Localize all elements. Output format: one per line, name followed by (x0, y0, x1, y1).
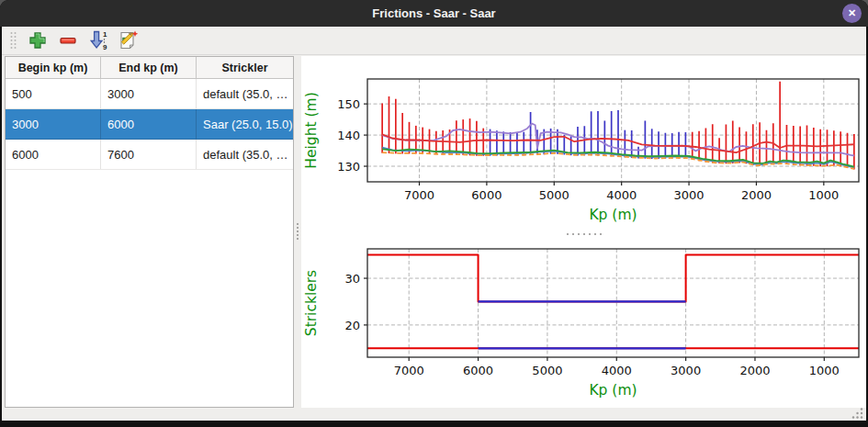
table-row-1[interactable]: 500 3000 default (35.0, … (6, 79, 293, 109)
edit-icon (118, 29, 140, 51)
plus-icon (28, 30, 48, 51)
svg-text:5000: 5000 (532, 364, 562, 377)
cell-end-kp: 3000 (101, 79, 197, 108)
svg-text:4000: 4000 (606, 188, 637, 202)
cell-strickler: Saar (25.0, 15.0) (197, 109, 293, 139)
svg-text:Height (m): Height (m) (303, 92, 320, 168)
svg-text:5000: 5000 (539, 188, 569, 202)
svg-text:6000: 6000 (463, 364, 493, 377)
svg-text:7000: 7000 (404, 188, 434, 202)
cell-end-kp: 7600 (101, 140, 197, 169)
vertical-splitter[interactable] (294, 55, 301, 408)
col-header-end-kp[interactable]: End kp (m) (101, 57, 197, 78)
col-header-begin-kp[interactable]: Begin kp (m) (6, 57, 101, 78)
col-header-strickler[interactable]: Strickler (197, 57, 293, 78)
sort-button[interactable]: 1 9 (85, 28, 111, 53)
stricklers-chart: 70006000500040003000200010002030Kp (m)St… (301, 238, 866, 408)
table-header-row: Begin kp (m) End kp (m) Strickler (6, 57, 293, 79)
edit-button[interactable] (116, 28, 141, 53)
height-profile-chart: 7000600050004000300020001000130140150Kp … (301, 56, 866, 230)
svg-text:130: 130 (337, 160, 360, 174)
toolbar-drag-handle[interactable] (9, 30, 17, 51)
svg-text:7000: 7000 (394, 364, 424, 377)
window-body: 1 9 Begin kp (m) (2, 27, 866, 421)
svg-text:20: 20 (344, 319, 360, 332)
minus-icon (58, 30, 78, 51)
horizontal-splitter[interactable] (301, 230, 866, 238)
splitter-handle-dots (297, 221, 299, 242)
svg-text:4000: 4000 (602, 364, 632, 377)
svg-text:150: 150 (337, 97, 360, 111)
close-icon: ✕ (848, 7, 856, 19)
main-content: Begin kp (m) End kp (m) Strickler 500 30… (2, 55, 866, 408)
app-window: Frictions - Saar - Saar ✕ (0, 0, 868, 427)
add-row-button[interactable] (25, 28, 51, 53)
charts-panel: 7000600050004000300020001000130140150Kp … (301, 56, 866, 408)
cell-begin-kp: 500 (6, 79, 101, 108)
svg-text:Kp (m): Kp (m) (589, 207, 637, 223)
statusbar (2, 408, 866, 421)
cell-begin-kp: 6000 (6, 140, 101, 169)
titlebar[interactable]: Frictions - Saar - Saar ✕ (0, 0, 868, 27)
svg-text:2000: 2000 (741, 188, 772, 202)
drag-dots-icon (9, 30, 17, 51)
svg-text:Stricklers: Stricklers (303, 270, 320, 336)
table-row-3[interactable]: 6000 7600 default (35.0, … (6, 140, 293, 170)
resize-grip[interactable] (851, 407, 863, 420)
svg-text:1: 1 (103, 30, 107, 39)
remove-row-button[interactable] (55, 28, 81, 53)
sort-1-9-icon: 1 9 (87, 29, 109, 51)
cell-end-kp: 6000 (101, 109, 197, 139)
toolbar: 1 9 (2, 27, 866, 55)
svg-text:3000: 3000 (671, 364, 701, 377)
close-button[interactable]: ✕ (842, 4, 862, 23)
frictions-table: Begin kp (m) End kp (m) Strickler 500 30… (5, 56, 294, 408)
svg-text:2000: 2000 (739, 364, 770, 377)
svg-text:30: 30 (344, 272, 360, 286)
window-title: Frictions - Saar - Saar (372, 6, 495, 20)
cell-begin-kp: 3000 (6, 109, 101, 139)
svg-text:9: 9 (103, 43, 107, 51)
svg-text:1000: 1000 (809, 364, 840, 377)
svg-text:3000: 3000 (674, 188, 705, 202)
table-row-2-selected[interactable]: 3000 6000 Saar (25.0, 15.0) (6, 109, 293, 140)
svg-text:Kp (m): Kp (m) (589, 382, 637, 399)
svg-text:140: 140 (337, 129, 360, 142)
svg-text:1000: 1000 (808, 188, 839, 202)
cell-strickler: default (35.0, … (197, 140, 293, 169)
svg-text:6000: 6000 (471, 188, 502, 202)
splitter-handle-dots (565, 233, 603, 235)
table-empty-area (6, 170, 293, 407)
cell-strickler: default (35.0, … (197, 79, 293, 108)
